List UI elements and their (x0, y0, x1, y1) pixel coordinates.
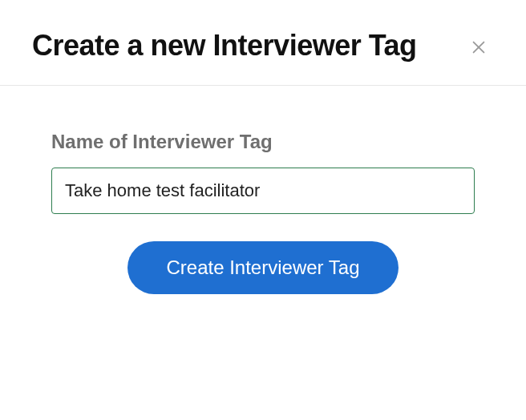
dialog-title: Create a new Interviewer Tag (32, 29, 417, 62)
dialog-header: Create a new Interviewer Tag (0, 0, 526, 86)
tag-name-input[interactable] (51, 168, 475, 214)
dialog-body: Name of Interviewer Tag Create Interview… (0, 86, 526, 294)
dialog-actions: Create Interviewer Tag (51, 241, 475, 294)
name-field-label: Name of Interviewer Tag (51, 131, 475, 153)
close-button[interactable] (463, 32, 494, 63)
close-icon (470, 38, 488, 56)
create-interviewer-tag-dialog: Create a new Interviewer Tag Name of Int… (0, 0, 526, 420)
create-interviewer-tag-button[interactable]: Create Interviewer Tag (127, 241, 398, 294)
